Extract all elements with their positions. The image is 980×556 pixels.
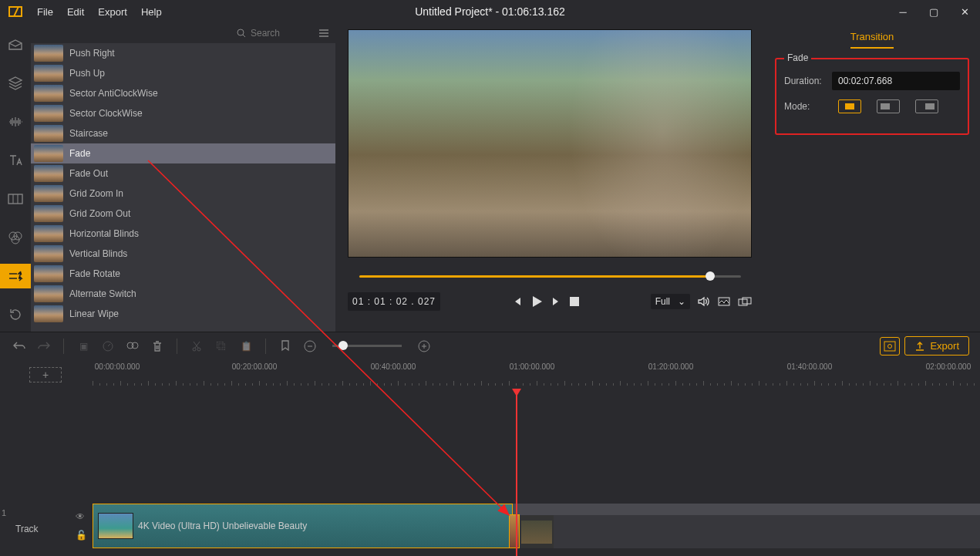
transition-icon[interactable] bbox=[0, 264, 31, 288]
clip-1[interactable]: 4K Video (Ultra HD) Unbelievable Beauty bbox=[93, 504, 513, 548]
transition-item[interactable]: Push Right bbox=[31, 43, 335, 63]
volume-icon[interactable] bbox=[698, 296, 710, 307]
transition-item[interactable]: Sector ClockWise bbox=[31, 103, 335, 123]
zoom-out-button[interactable] bbox=[301, 338, 318, 355]
crop-icon[interactable] bbox=[0, 187, 31, 211]
audio-icon[interactable] bbox=[0, 110, 31, 134]
stop-button[interactable] bbox=[570, 297, 579, 306]
zoom-slider[interactable] bbox=[332, 345, 402, 347]
clip-2[interactable] bbox=[520, 515, 554, 548]
transitions-panel: Push Right Push Up Sector AntiClockWise … bbox=[31, 23, 335, 332]
add-track-button[interactable]: + bbox=[29, 367, 62, 382]
close-button[interactable]: ✕ bbox=[949, 0, 980, 23]
menu-edit[interactable]: Edit bbox=[67, 6, 84, 18]
mode-overlap-button[interactable] bbox=[838, 99, 861, 113]
app-logo bbox=[0, 6, 31, 17]
preview-size-select[interactable]: Full⌄ bbox=[651, 294, 690, 309]
clip-thumbnail bbox=[98, 513, 133, 539]
filter-button[interactable] bbox=[124, 338, 141, 355]
marker-button[interactable] bbox=[277, 338, 294, 355]
media-icon[interactable] bbox=[0, 32, 31, 57]
transition-item[interactable]: Sector AntiClockWise bbox=[31, 83, 335, 103]
transitions-list[interactable]: Push Right Push Up Sector AntiClockWise … bbox=[31, 43, 335, 332]
list-view-icon[interactable] bbox=[318, 29, 329, 38]
menu-export[interactable]: Export bbox=[98, 6, 127, 18]
delete-button[interactable] bbox=[149, 338, 166, 355]
mode-prefix-button[interactable] bbox=[877, 99, 900, 113]
mode-label: Mode: bbox=[784, 101, 838, 112]
track-visibility-icon[interactable]: 👁 bbox=[76, 511, 85, 522]
clip-title: 4K Video (Ultra HD) Unbelievable Beauty bbox=[138, 521, 307, 531]
transition-item[interactable]: Alternate Switch bbox=[31, 284, 335, 304]
detach-icon[interactable] bbox=[738, 297, 752, 306]
svg-rect-0 bbox=[8, 194, 22, 204]
preview-canvas[interactable] bbox=[348, 29, 752, 258]
ruler-label: 00:40:00.000 bbox=[371, 362, 416, 371]
transition-item[interactable]: Grid Zoom Out bbox=[31, 204, 335, 224]
layers-icon[interactable] bbox=[0, 71, 31, 96]
mode-suffix-button[interactable] bbox=[915, 99, 938, 113]
copy-button[interactable]: ⿻ bbox=[213, 338, 230, 355]
svg-point-4 bbox=[237, 29, 244, 35]
speed-tool-button[interactable] bbox=[99, 338, 116, 355]
properties-tab[interactable]: Transition bbox=[775, 31, 969, 49]
svg-point-11 bbox=[132, 342, 138, 349]
search-box[interactable] bbox=[237, 28, 312, 39]
step-forward-button[interactable] bbox=[551, 296, 562, 307]
svg-point-13 bbox=[197, 348, 200, 351]
window-controls: ─ ▢ ✕ bbox=[887, 0, 980, 23]
track-label: Track bbox=[15, 524, 39, 534]
step-back-button[interactable] bbox=[511, 296, 522, 307]
track-row[interactable]: 4K Video (Ultra HD) Unbelievable Beauty bbox=[93, 504, 980, 548]
undo-button[interactable] bbox=[11, 338, 28, 355]
menu-bar: File Edit Export Help bbox=[37, 6, 162, 18]
rotate-icon[interactable] bbox=[0, 302, 31, 327]
transition-item[interactable]: Vertical Blinds bbox=[31, 244, 335, 264]
window-title: Untitled Project* - 01:06:13.162 bbox=[415, 5, 565, 18]
export-button[interactable]: Export bbox=[904, 336, 969, 356]
transition-marker[interactable] bbox=[509, 514, 520, 548]
minimize-button[interactable]: ─ bbox=[887, 0, 918, 23]
text-icon[interactable] bbox=[0, 148, 31, 173]
ruler-label: 00:20:00.000 bbox=[232, 362, 277, 371]
transition-item[interactable]: Linear Wipe bbox=[31, 304, 335, 324]
crop-tool-button[interactable]: ▣ bbox=[75, 338, 92, 355]
ruler-label: 01:00:00.000 bbox=[510, 362, 554, 371]
project-settings-button[interactable] bbox=[880, 337, 900, 356]
snapshot-icon[interactable] bbox=[718, 297, 730, 306]
paste-button[interactable]: 📋 bbox=[237, 338, 254, 355]
cut-button[interactable] bbox=[188, 338, 205, 355]
color-icon[interactable] bbox=[0, 225, 31, 250]
transition-item[interactable]: Fade Out bbox=[31, 163, 335, 184]
transition-item[interactable]: Staircase bbox=[31, 123, 335, 143]
maximize-button[interactable]: ▢ bbox=[918, 0, 949, 23]
transition-item[interactable]: Fade Rotate bbox=[31, 264, 335, 284]
menu-help[interactable]: Help bbox=[141, 6, 162, 18]
timeline[interactable]: + 1 Track 👁 🔓 00:00:00.000 00:20:00.000 … bbox=[0, 359, 980, 556]
svg-point-17 bbox=[888, 344, 892, 348]
properties-panel: Transition Fade Duration: Mode: bbox=[764, 23, 980, 332]
duration-input[interactable] bbox=[832, 72, 960, 90]
search-input[interactable] bbox=[251, 28, 312, 39]
play-button[interactable] bbox=[530, 295, 544, 308]
ruler-label: 01:40:00.000 bbox=[787, 362, 832, 371]
timecode-display[interactable]: 01 : 01 : 02 . 027 bbox=[348, 292, 440, 311]
svg-rect-16 bbox=[884, 342, 895, 351]
playhead[interactable] bbox=[516, 390, 517, 556]
menu-file[interactable]: File bbox=[37, 6, 53, 18]
redo-button[interactable] bbox=[35, 338, 52, 355]
transition-item-fade[interactable]: Fade bbox=[31, 143, 335, 163]
zoom-in-button[interactable] bbox=[416, 338, 433, 355]
timeline-ruler[interactable]: 00:00:00.000 00:20:00.000 00:40:00.000 0… bbox=[93, 359, 980, 386]
transition-item[interactable]: Push Up bbox=[31, 63, 335, 83]
duration-label: Duration: bbox=[784, 76, 832, 86]
title-bar: File Edit Export Help Untitled Project* … bbox=[0, 0, 980, 23]
transition-item[interactable]: Grid Zoom In bbox=[31, 184, 335, 204]
fade-group: Fade Duration: Mode: bbox=[775, 58, 969, 135]
ruler-label: 00:00:00.000 bbox=[95, 362, 140, 371]
export-icon bbox=[914, 341, 925, 352]
transition-item[interactable]: Horizontal Blinds bbox=[31, 224, 335, 244]
preview-scrubber[interactable] bbox=[359, 268, 741, 284]
track-lock-icon[interactable]: 🔓 bbox=[76, 530, 87, 541]
chevron-down-icon: ⌄ bbox=[678, 296, 685, 307]
